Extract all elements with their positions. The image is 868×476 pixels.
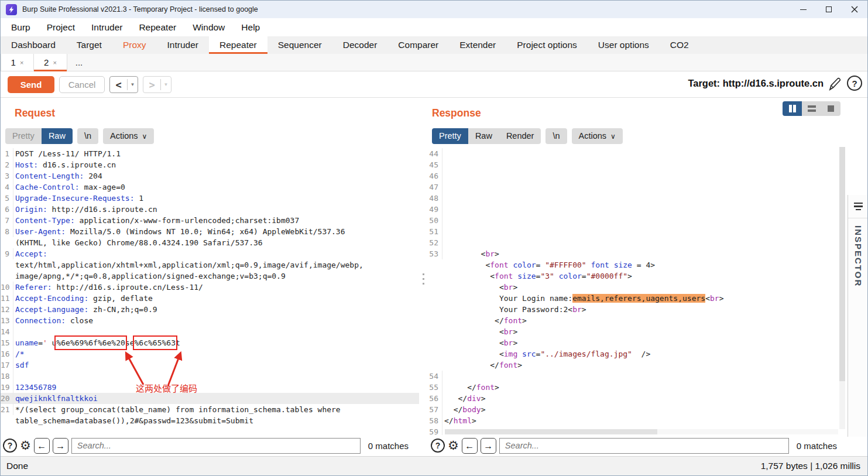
- inspector-sidebar[interactable]: INSPECTOR: [848, 195, 868, 437]
- line-number: 18: [1, 371, 13, 382]
- code-segment: font: [495, 272, 513, 280]
- menu-burp[interactable]: Burp: [3, 18, 39, 36]
- maximize-button[interactable]: [816, 1, 842, 18]
- line-number: 9: [1, 248, 13, 259]
- code-segment: [586, 261, 591, 269]
- code-segment: /*: [15, 350, 25, 358]
- code-line: 54: [428, 371, 848, 382]
- code-segment: >: [495, 383, 499, 392]
- menu-intruder[interactable]: Intruder: [83, 18, 131, 36]
- code-segment: "3": [540, 272, 554, 280]
- help-icon[interactable]: ?: [847, 76, 862, 91]
- line-number: 6: [1, 204, 13, 215]
- line-number: 21: [1, 404, 13, 415]
- menu-project[interactable]: Project: [39, 18, 83, 36]
- response-view-raw[interactable]: Raw: [468, 128, 499, 144]
- tab-comparer[interactable]: Comparer: [387, 36, 449, 54]
- request-editor[interactable]: 这两处做了编码 1POST /Less-11/ HTTP/1.12Host: d…: [1, 147, 419, 435]
- burp-window: Burp Suite Professional v2021.3 - Tempor…: [0, 0, 868, 476]
- repeater-tab-more[interactable]: ...: [67, 54, 91, 71]
- send-button[interactable]: Send: [8, 76, 54, 93]
- code-segment: POST /Less-11/ HTTP/1.1: [15, 149, 121, 158]
- edit-target-pencil-icon[interactable]: [828, 77, 842, 92]
- inspector-menu-icon[interactable]: [848, 195, 868, 218]
- tab-decoder[interactable]: Decoder: [332, 36, 388, 54]
- request-view-pretty[interactable]: Pretty: [5, 128, 42, 144]
- response-vertical-scrollbar[interactable]: [839, 147, 845, 429]
- response-actions-button[interactable]: Actions∨: [572, 128, 623, 144]
- request-view-raw[interactable]: Raw: [42, 128, 73, 144]
- code-segment: >: [513, 327, 517, 336]
- code-line: 48: [428, 193, 848, 204]
- close-tab-icon[interactable]: ×: [20, 59, 23, 66]
- code-segment: <: [444, 249, 485, 258]
- line-number: 17: [1, 359, 13, 371]
- layout-rows-button[interactable]: [802, 101, 821, 116]
- search-settings-gear-icon[interactable]: ⚙: [448, 439, 459, 453]
- panel-splitter[interactable]: [419, 98, 428, 456]
- search-help-icon[interactable]: ?: [3, 439, 17, 453]
- scrollbar-thumb[interactable]: [445, 429, 657, 434]
- code-segment: br: [572, 305, 582, 314]
- code-segment: text/html,application/xhtml+xml,applicat…: [15, 261, 363, 269]
- response-panel: Response PrettyRawRender\nActions∨ 44454…: [428, 98, 848, 456]
- request-actions-button[interactable]: Actions∨: [103, 128, 154, 144]
- search-prev-button[interactable]: ←: [462, 438, 478, 454]
- tab-project-options[interactable]: Project options: [506, 36, 588, 54]
- response-horizontal-scrollbar[interactable]: [445, 429, 838, 434]
- menu-help[interactable]: Help: [233, 18, 268, 36]
- response-show-newlines-button[interactable]: \n: [545, 128, 567, 144]
- repeater-tab-1[interactable]: 1×: [1, 54, 34, 71]
- code-segment: Accept-Language:: [15, 305, 88, 314]
- cancel-button[interactable]: Cancel: [59, 76, 105, 93]
- search-settings-gear-icon[interactable]: ⚙: [20, 439, 31, 453]
- code-line: <img src="../images/flag.jpg" />: [428, 348, 848, 359]
- close-button[interactable]: [842, 1, 867, 18]
- tab-co2[interactable]: CO2: [660, 36, 699, 54]
- repeater-tab-label: ...: [76, 57, 83, 67]
- dropdown-caret-icon[interactable]: ▼: [128, 82, 138, 87]
- code-segment: img: [504, 350, 517, 358]
- close-tab-icon[interactable]: ×: [53, 59, 56, 66]
- search-help-icon[interactable]: ?: [431, 439, 445, 453]
- line-number: 47: [428, 182, 442, 193]
- response-view-pretty[interactable]: Pretty: [432, 128, 468, 144]
- search-next-button[interactable]: →: [481, 438, 496, 454]
- tab-intruder[interactable]: Intruder: [157, 36, 209, 54]
- tab-extender[interactable]: Extender: [449, 36, 506, 54]
- response-editor[interactable]: 44454647484950515253 <br> <font color= "…: [428, 147, 848, 435]
- response-view-render[interactable]: Render: [499, 128, 541, 144]
- layout-single-button[interactable]: [821, 101, 840, 116]
- code-line: 46: [428, 170, 848, 182]
- code-line: 58</html>: [428, 415, 848, 426]
- search-prev-button[interactable]: ←: [34, 438, 50, 454]
- tab-repeater[interactable]: Repeater: [209, 36, 267, 54]
- next-response-button[interactable]: > ▼: [143, 76, 171, 93]
- code-segment: uname: [15, 338, 38, 347]
- tab-dashboard[interactable]: Dashboard: [1, 36, 66, 54]
- request-show-newlines-button[interactable]: \n: [77, 128, 98, 144]
- code-line: 57 </body>: [428, 404, 848, 415]
- code-segment: >: [522, 316, 527, 325]
- menu-window[interactable]: Window: [184, 18, 233, 36]
- prev-response-button[interactable]: < ▼: [109, 76, 138, 93]
- dropdown-caret-icon[interactable]: ▼: [161, 82, 171, 87]
- request-search-input[interactable]: [71, 438, 361, 454]
- tab-proxy[interactable]: Proxy: [112, 36, 157, 54]
- code-line: <font color= "#FFFF00" font size = 4>: [428, 259, 848, 270]
- maximize-icon: [826, 6, 832, 12]
- tab-sequencer[interactable]: Sequencer: [267, 36, 332, 54]
- line-number: 4: [1, 182, 13, 193]
- layout-columns-button[interactable]: [783, 101, 802, 116]
- tab-target[interactable]: Target: [66, 36, 112, 54]
- repeater-tab-2[interactable]: 2×: [34, 54, 67, 71]
- response-search-input[interactable]: [499, 438, 789, 454]
- scrollbar-thumb[interactable]: [839, 147, 845, 381]
- menu-repeater[interactable]: Repeater: [131, 18, 184, 36]
- code-segment: Connection:: [15, 316, 66, 325]
- minimize-button[interactable]: [790, 1, 816, 18]
- code-line: 55 </font>: [428, 382, 848, 393]
- search-next-button[interactable]: →: [53, 438, 68, 454]
- code-segment: "../images/flag.jpg": [540, 350, 632, 358]
- tab-user-options[interactable]: User options: [588, 36, 660, 54]
